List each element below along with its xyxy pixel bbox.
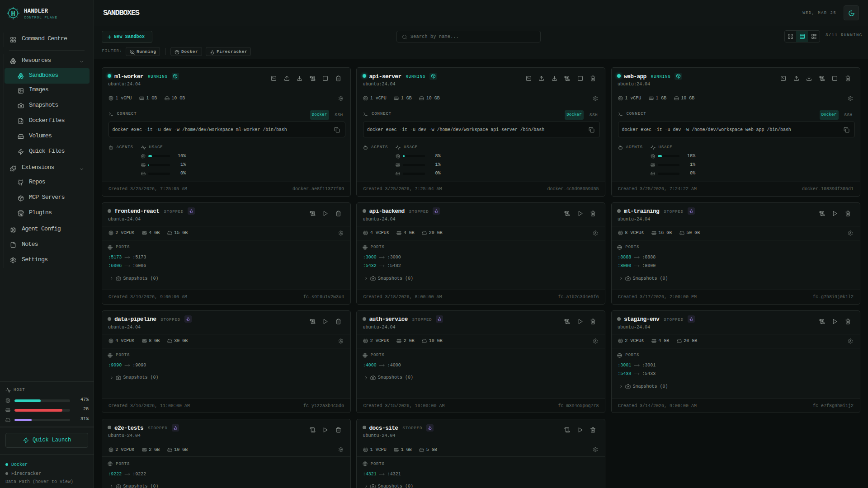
svg-text:H: H [11, 10, 15, 18]
